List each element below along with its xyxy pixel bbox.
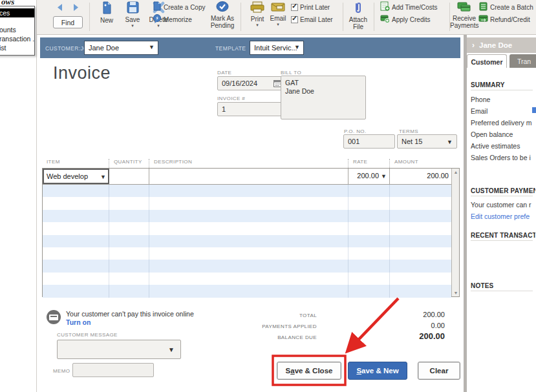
empty-cell[interactable] (43, 260, 109, 272)
empty-cell[interactable] (348, 235, 390, 247)
empty-cell[interactable] (149, 185, 348, 197)
empty-cell[interactable] (390, 197, 451, 209)
empty-cell[interactable] (149, 285, 348, 297)
memo-input[interactable] (72, 363, 154, 377)
find-button[interactable]: Find (53, 16, 83, 28)
empty-cell[interactable] (109, 210, 149, 222)
description-cell[interactable] (149, 169, 348, 184)
empty-cell[interactable] (43, 210, 109, 222)
sidebar-menu-item[interactable]: ist (0, 43, 34, 52)
empty-cell[interactable] (348, 285, 390, 297)
empty-cell[interactable] (390, 235, 451, 247)
table-row[interactable]: Web develop ▼ 200.00 ▼ 200.00 (43, 169, 451, 185)
empty-cell[interactable] (390, 285, 451, 297)
customer-job-dropdown[interactable]: Jane Doe ▼ (84, 41, 158, 55)
empty-cell[interactable] (109, 235, 149, 247)
empty-cell[interactable] (149, 222, 348, 234)
back-arrow-icon[interactable] (56, 3, 80, 14)
empty-cell[interactable] (109, 247, 149, 260)
mark-as-pending-button[interactable]: Mark As Pending (208, 1, 237, 29)
empty-cell[interactable] (390, 273, 451, 285)
apply-credits-button[interactable]: Apply Credits (380, 14, 447, 25)
receive-payments-button[interactable]: Receive Payments (450, 1, 478, 29)
amount-cell[interactable]: 200.00 (390, 169, 451, 184)
empty-cell[interactable] (390, 210, 451, 222)
table-scrollbar[interactable]: ▲ ▼ (451, 169, 459, 296)
empty-cell[interactable] (348, 222, 390, 234)
empty-cell[interactable] (43, 273, 109, 285)
panel-header[interactable]: ›Jane Doe (467, 37, 536, 53)
edit-pencil-icon[interactable] (532, 107, 536, 113)
empty-cell[interactable] (390, 222, 451, 234)
empty-cell[interactable] (43, 185, 109, 197)
empty-table-row[interactable] (43, 210, 451, 222)
save-and-close-button[interactable]: Save & Close (277, 362, 341, 380)
empty-table-row[interactable] (43, 285, 451, 297)
empty-cell[interactable] (348, 273, 390, 285)
empty-cell[interactable] (149, 197, 348, 209)
empty-table-row[interactable] (43, 222, 451, 234)
refund-credit-button[interactable]: Refund/Credit (478, 14, 536, 25)
empty-cell[interactable] (348, 197, 390, 209)
empty-cell[interactable] (43, 197, 109, 209)
chevron-down-icon[interactable]: ▾ (120, 23, 145, 28)
empty-cell[interactable] (43, 247, 109, 260)
sidebar-menu-item[interactable]: ransaction ... (0, 34, 34, 43)
empty-cell[interactable] (390, 185, 451, 197)
customer-message-dropdown[interactable]: ▼ (57, 340, 181, 359)
empty-table-row[interactable] (43, 247, 451, 260)
empty-cell[interactable] (109, 185, 149, 197)
attach-file-button[interactable]: Attach File (345, 1, 371, 30)
email-later-option[interactable]: ✓ Email Later (291, 14, 343, 25)
empty-cell[interactable] (149, 210, 348, 222)
save-button[interactable]: Save ▾ (120, 1, 145, 28)
empty-cell[interactable] (43, 222, 109, 234)
empty-table-row[interactable] (43, 185, 451, 197)
scroll-down-icon[interactable]: ▼ (453, 291, 459, 295)
chevron-down-icon[interactable]: ▼ (381, 173, 387, 180)
empty-cell[interactable] (109, 197, 149, 209)
scroll-up-icon[interactable]: ▲ (453, 170, 459, 174)
empty-cell[interactable] (149, 260, 348, 272)
chevron-down-icon[interactable]: ▾ (265, 22, 291, 26)
tab-transaction[interactable]: Tran (509, 54, 536, 68)
sidebar-menu-item[interactable]: ces (0, 8, 34, 17)
invoice-number-field[interactable]: 1 (217, 102, 284, 116)
empty-cell[interactable] (149, 247, 348, 260)
tab-customer[interactable]: Customer (467, 54, 507, 68)
empty-cell[interactable] (43, 235, 109, 247)
email-later-checkbox[interactable]: ✓ (291, 16, 298, 23)
empty-cell[interactable] (348, 185, 390, 197)
email-button[interactable]: Email ▾ (265, 1, 291, 26)
new-button[interactable]: New (94, 1, 120, 24)
date-field[interactable]: 09/16/2024 (217, 76, 284, 90)
empty-cell[interactable] (390, 247, 451, 260)
empty-table-row[interactable] (43, 260, 451, 272)
empty-cell[interactable] (109, 260, 149, 272)
chevron-down-icon[interactable]: ▼ (100, 174, 106, 180)
terms-dropdown[interactable]: Net 15 ▼ (397, 134, 457, 149)
save-and-new-button[interactable]: Save & New (348, 362, 407, 380)
empty-cell[interactable] (149, 235, 348, 247)
edit-customer-preferences-link[interactable]: Edit customer prefe (471, 212, 535, 220)
empty-table-row[interactable] (43, 273, 451, 285)
empty-cell[interactable] (149, 273, 348, 285)
empty-cell[interactable] (348, 210, 390, 222)
sidebar-menu-item[interactable]: ounts (0, 25, 34, 34)
print-later-checkbox[interactable]: ✓ (291, 4, 298, 11)
empty-cell[interactable] (390, 260, 451, 272)
empty-cell[interactable] (109, 273, 149, 285)
bill-to-field[interactable]: GAT Jane Doe (281, 76, 366, 119)
po-number-field[interactable]: 001 (343, 134, 395, 149)
empty-cell[interactable] (348, 260, 390, 272)
empty-cell[interactable] (109, 222, 149, 234)
item-cell[interactable]: Web develop ▼ (43, 169, 109, 184)
empty-cell[interactable] (348, 247, 390, 260)
rate-cell[interactable]: 200.00 ▼ (348, 169, 390, 184)
quantity-cell[interactable] (109, 169, 149, 184)
print-later-option[interactable]: ✓ Print Later (291, 2, 343, 13)
turn-on-link[interactable]: Turn on (66, 318, 91, 326)
template-dropdown[interactable]: Intuit Servic... ▼ (250, 41, 304, 55)
empty-cell[interactable] (109, 285, 149, 297)
add-time-costs-button[interactable]: Add Time/Costs (380, 2, 447, 13)
